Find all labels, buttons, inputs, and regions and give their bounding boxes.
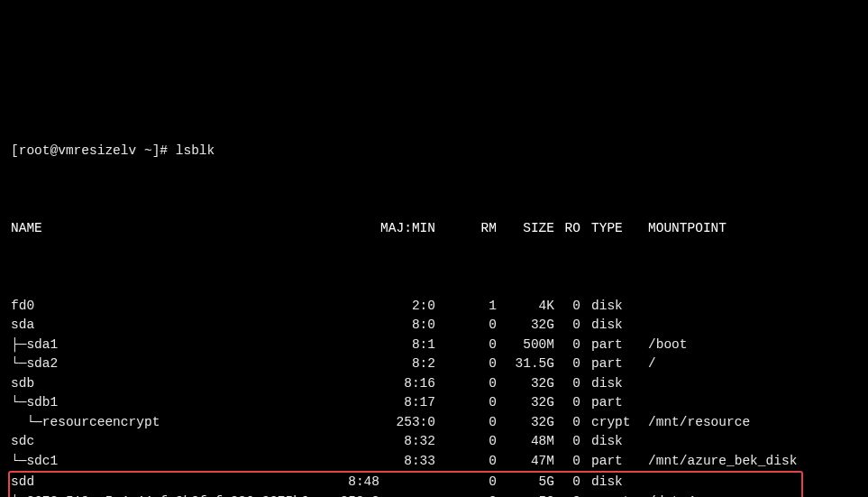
device-name: └─8673c519-c5e4-44af-9b0f-fe286c2375b6 xyxy=(11,492,309,498)
lsblk-row: └─resourceencrypt253:0032G0crypt/mnt/res… xyxy=(11,413,857,433)
device-majmin: 2:0 xyxy=(412,297,435,317)
lsblk-header-row: NAME MAJ:MIN RM SIZE RO TYPE MOUNTPOINT xyxy=(11,219,857,239)
device-type: disk xyxy=(591,432,623,452)
device-majmin: 8:32 xyxy=(404,432,435,452)
device-name: ├─sda1 xyxy=(11,336,58,355)
lsblk-row: fd02:014K0disk xyxy=(11,297,857,317)
device-type: part xyxy=(591,336,623,355)
device-majmin: 8:1 xyxy=(412,336,435,355)
col-header-ro: RO xyxy=(562,219,580,239)
device-rm: 0 xyxy=(479,354,497,374)
lsblk-row: └─sdb18:17032G0part xyxy=(11,393,857,413)
device-size: 31.5G xyxy=(505,354,554,374)
device-type: disk xyxy=(591,473,623,492)
device-ro: 0 xyxy=(562,336,580,355)
device-ro: 0 xyxy=(562,452,580,472)
device-rm: 0 xyxy=(479,473,497,492)
device-mountpoint: /boot xyxy=(648,336,688,355)
device-size: 32G xyxy=(505,374,554,394)
device-name: sda xyxy=(11,316,34,336)
device-size: 4K xyxy=(505,297,554,317)
lsblk-row: sdd8:4805G0disk xyxy=(11,473,801,492)
device-majmin: 253:8 xyxy=(340,492,379,498)
device-rm: 0 xyxy=(479,336,497,355)
col-header-type: TYPE xyxy=(591,219,623,239)
device-rm: 0 xyxy=(479,413,497,433)
col-header-name: NAME xyxy=(11,219,42,239)
device-rm: 1 xyxy=(479,297,497,317)
col-header-size: SIZE xyxy=(505,219,554,239)
device-name: sdd xyxy=(11,473,34,492)
device-rm: 0 xyxy=(479,393,497,413)
device-ro: 0 xyxy=(562,354,580,374)
lsblk-row: sdc8:32048M0disk xyxy=(11,432,857,452)
device-name: └─sdc1 xyxy=(11,452,58,472)
device-ro: 0 xyxy=(562,393,580,413)
lsblk-row: sdb8:16032G0disk xyxy=(11,374,857,394)
device-ro: 0 xyxy=(562,413,580,433)
device-rm: 0 xyxy=(479,374,497,394)
device-size: 5G xyxy=(505,473,554,492)
device-mountpoint: /mnt/azure_bek_disk xyxy=(648,452,797,472)
lsblk-row: └─sda28:2031.5G0part/ xyxy=(11,354,857,374)
device-majmin: 8:16 xyxy=(404,374,435,394)
device-type: disk xyxy=(591,316,623,336)
device-name: └─resourceencrypt xyxy=(11,413,160,433)
col-header-rm: RM xyxy=(479,219,497,239)
device-majmin: 8:48 xyxy=(348,473,379,492)
device-size: 32G xyxy=(505,316,554,336)
device-majmin: 8:2 xyxy=(412,354,435,374)
device-mountpoint: /mnt/resource xyxy=(648,413,750,433)
device-name: sdc xyxy=(11,432,34,452)
lsblk-row: └─sdc18:33047M0part/mnt/azure_bek_disk xyxy=(11,452,857,472)
device-ro: 0 xyxy=(562,492,580,498)
device-size: 500M xyxy=(505,336,554,355)
lsblk-row: ├─sda18:10500M0part/boot xyxy=(11,336,857,355)
device-size: 5G xyxy=(505,492,554,498)
device-size: 32G xyxy=(505,413,554,433)
device-name: sdb xyxy=(11,374,34,394)
device-majmin: 8:0 xyxy=(412,316,435,336)
col-header-majmin: MAJ:MIN xyxy=(380,219,435,239)
device-rm: 0 xyxy=(479,432,497,452)
device-majmin: 8:33 xyxy=(404,452,435,472)
device-majmin: 253:0 xyxy=(396,413,435,433)
device-rm: 0 xyxy=(479,492,497,498)
device-mountpoint: /data4 xyxy=(648,492,695,498)
shell-prompt-line: [root@vmresizelv ~]# lsblk xyxy=(11,142,857,161)
device-type: disk xyxy=(591,374,623,394)
device-name: └─sda2 xyxy=(11,354,58,374)
device-ro: 0 xyxy=(562,297,580,317)
device-type: crypt xyxy=(591,413,631,433)
device-type: crypt xyxy=(591,492,631,498)
device-type: part xyxy=(591,354,623,374)
device-name: fd0 xyxy=(11,297,34,317)
device-name: └─sdb1 xyxy=(11,393,58,413)
device-ro: 0 xyxy=(562,316,580,336)
device-rm: 0 xyxy=(479,452,497,472)
lsblk-row: └─8673c519-c5e4-44af-9b0f-fe286c2375b625… xyxy=(11,492,801,498)
device-size: 47M xyxy=(505,452,554,472)
device-size: 48M xyxy=(505,432,554,452)
device-ro: 0 xyxy=(562,374,580,394)
lsblk-row: sda8:0032G0disk xyxy=(11,316,857,336)
device-ro: 0 xyxy=(562,473,580,492)
device-type: part xyxy=(591,452,623,472)
device-type: disk xyxy=(591,297,623,317)
device-size: 32G xyxy=(505,393,554,413)
device-mountpoint: / xyxy=(648,354,656,374)
device-ro: 0 xyxy=(562,432,580,452)
device-type: part xyxy=(591,393,623,413)
col-header-mountpoint: MOUNTPOINT xyxy=(648,219,726,239)
device-rm: 0 xyxy=(479,316,497,336)
device-majmin: 8:17 xyxy=(404,393,435,413)
highlight-box: sdd8:4805G0disk└─8673c519-c5e4-44af-9b0f… xyxy=(8,471,803,497)
terminal-output: [root@vmresizelv ~]# lsblk NAME MAJ:MIN … xyxy=(11,83,857,497)
